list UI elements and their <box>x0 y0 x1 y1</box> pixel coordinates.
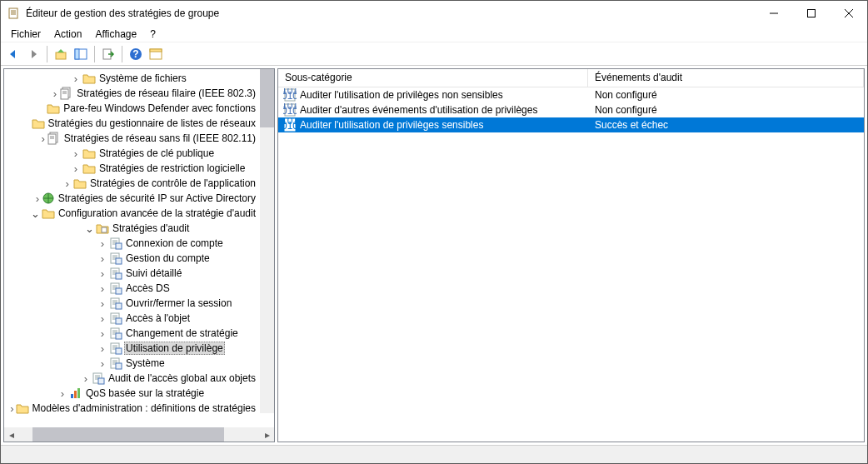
show-hide-tree-button[interactable] <box>72 45 90 63</box>
tree-item-label: Système <box>124 357 167 369</box>
tree-item[interactable]: ›QoS basée sur la stratégie <box>4 386 261 401</box>
tree-item[interactable]: ›Utilisation de privilège <box>4 341 261 356</box>
svg-rect-65 <box>116 348 122 354</box>
app-icon <box>7 7 21 20</box>
tree-item[interactable]: ›Ouvrir/fermer la session <box>4 296 261 311</box>
close-button[interactable] <box>830 1 867 26</box>
column-events[interactable]: Événements d'audit <box>588 69 864 87</box>
tree-item[interactable]: ›Accès DS <box>4 281 261 296</box>
chevron-right-icon[interactable]: › <box>97 282 107 295</box>
chevron-right-icon[interactable]: › <box>57 387 67 400</box>
audit-icon <box>109 267 122 280</box>
minimize-button[interactable] <box>755 1 792 26</box>
tree-item[interactable]: Stratégies du gestionnaire de listes de … <box>4 116 261 131</box>
chevron-right-icon[interactable]: › <box>62 177 72 190</box>
chevron-right-icon[interactable]: › <box>52 87 59 100</box>
chevron-right-icon[interactable]: › <box>97 312 107 325</box>
chevron-right-icon[interactable]: › <box>82 372 90 385</box>
tree-item-label: Stratégies d'audit <box>111 222 191 234</box>
audit-item-icon: 101010 <box>283 103 297 117</box>
tree-item[interactable]: ›Système <box>4 356 261 371</box>
tree-item[interactable]: ›Stratégies de réseau filaire (IEEE 802.… <box>4 86 261 101</box>
tree-item-label: Gestion du compte <box>124 252 212 264</box>
chevron-right-icon[interactable]: › <box>97 342 107 355</box>
column-subcategory[interactable]: Sous-catégorie <box>278 69 588 87</box>
tree-item-label: Stratégies de contrôle de l'application <box>88 177 257 189</box>
tree-item[interactable]: Pare-feu Windows Defender avec fonctions <box>4 101 261 116</box>
tree-item[interactable]: ›Modèles d'administration : définitions … <box>4 401 261 416</box>
scroll-track[interactable] <box>18 427 260 442</box>
chevron-right-icon[interactable]: › <box>97 327 107 340</box>
list-row[interactable]: 101010Auditer l'utilisation de privilège… <box>278 117 864 132</box>
chevron-right-icon[interactable]: › <box>97 297 107 310</box>
folder-icon <box>47 102 60 115</box>
tree-item[interactable]: ›Suivi détaillé <box>4 266 261 281</box>
policy-icon <box>47 132 61 145</box>
tree-item[interactable]: ›Stratégies de clé publique <box>4 146 261 161</box>
audit-icon <box>109 312 122 325</box>
chevron-right-icon[interactable]: › <box>71 147 81 160</box>
svg-rect-25 <box>102 227 107 232</box>
folder-icon <box>42 207 55 220</box>
svg-rect-75 <box>98 378 104 384</box>
horizontal-scrollbar[interactable]: ◂ ▸ <box>4 427 274 442</box>
tree-item-label: Stratégies de restriction logicielle <box>97 162 247 174</box>
back-button[interactable] <box>4 45 22 63</box>
tree-item[interactable]: ›Stratégies de sécurité IP sur Active Di… <box>4 191 261 206</box>
events-cell: Non configuré <box>588 104 864 116</box>
tree-item-label: Stratégies de réseau filaire (IEEE 802.3… <box>75 87 257 99</box>
scroll-right-button[interactable]: ▸ <box>260 427 274 442</box>
tree-item[interactable]: ›Stratégies de contrôle de l'application <box>4 176 261 191</box>
chevron-right-icon[interactable]: › <box>71 72 81 85</box>
maximize-button[interactable] <box>792 1 830 26</box>
tree-item-label: Système de fichiers <box>97 72 188 84</box>
tree-item[interactable]: ›Audit de l'accès global aux objets <box>4 371 261 386</box>
vertical-scrollbar[interactable] <box>260 69 274 413</box>
scrollbar-thumb[interactable] <box>32 427 224 442</box>
tree-item[interactable]: ⌄Configuration avancée de la stratégie d… <box>4 206 261 221</box>
export-button[interactable] <box>99 45 117 63</box>
chevron-right-icon[interactable]: › <box>97 267 107 280</box>
audit-icon <box>109 282 122 295</box>
list-row[interactable]: 101010Auditer l'utilisation de privilège… <box>278 87 864 102</box>
tree-item[interactable]: ›Stratégies de restriction logicielle <box>4 161 261 176</box>
forward-button[interactable] <box>24 45 42 63</box>
tree-scroll[interactable]: ›Système de fichiers›Stratégies de résea… <box>4 69 274 427</box>
chevron-down-icon[interactable]: ⌄ <box>31 207 40 220</box>
events-cell: Non configuré <box>588 89 864 101</box>
tree-item[interactable]: ›Changement de stratégie <box>4 326 261 341</box>
tree-item[interactable]: ⌄Stratégies d'audit <box>4 221 261 236</box>
tree-item[interactable]: ›Connexion de compte <box>4 236 261 251</box>
help-button[interactable]: ? <box>127 45 145 63</box>
chevron-right-icon[interactable]: › <box>97 237 107 250</box>
menu-action[interactable]: Action <box>47 27 88 42</box>
menu-file[interactable]: Fichier <box>4 27 47 42</box>
tree-item[interactable]: ›Système de fichiers <box>4 71 261 86</box>
chevron-right-icon[interactable]: › <box>97 252 107 265</box>
chevron-right-icon[interactable]: › <box>35 192 40 205</box>
chevron-right-icon[interactable]: › <box>10 402 13 415</box>
menu-view[interactable]: Affichage <box>88 27 143 42</box>
tree-item[interactable]: ›Accès à l'objet <box>4 311 261 326</box>
menu-help[interactable]: ? <box>143 27 162 42</box>
up-button[interactable] <box>52 45 70 63</box>
svg-text:?: ? <box>132 48 138 60</box>
svg-rect-15 <box>150 49 162 52</box>
list-row[interactable]: 101010Auditer d'autres événements d'util… <box>278 102 864 117</box>
scroll-left-button[interactable]: ◂ <box>4 427 18 442</box>
scrollbar-thumb[interactable] <box>260 69 274 127</box>
subcategory-cell: Auditer d'autres événements d'utilisatio… <box>300 104 588 116</box>
tree-item-label: Stratégies de clé publique <box>97 147 216 159</box>
chevron-right-icon[interactable]: › <box>97 357 107 370</box>
svg-rect-35 <box>116 258 122 264</box>
chevron-down-icon[interactable]: ⌄ <box>84 222 94 235</box>
titlebar[interactable]: Éditeur de gestion des stratégies de gro… <box>1 1 867 26</box>
tree-item[interactable]: ›Gestion du compte <box>4 251 261 266</box>
svg-rect-10 <box>75 49 79 59</box>
svg-rect-8 <box>56 52 66 59</box>
svg-rect-77 <box>74 391 77 398</box>
chevron-right-icon[interactable]: › <box>40 132 46 145</box>
tree-item[interactable]: ›Stratégies de réseau sans fil (IEEE 802… <box>4 131 261 146</box>
properties-button[interactable] <box>147 45 165 63</box>
chevron-right-icon[interactable]: › <box>71 162 81 175</box>
